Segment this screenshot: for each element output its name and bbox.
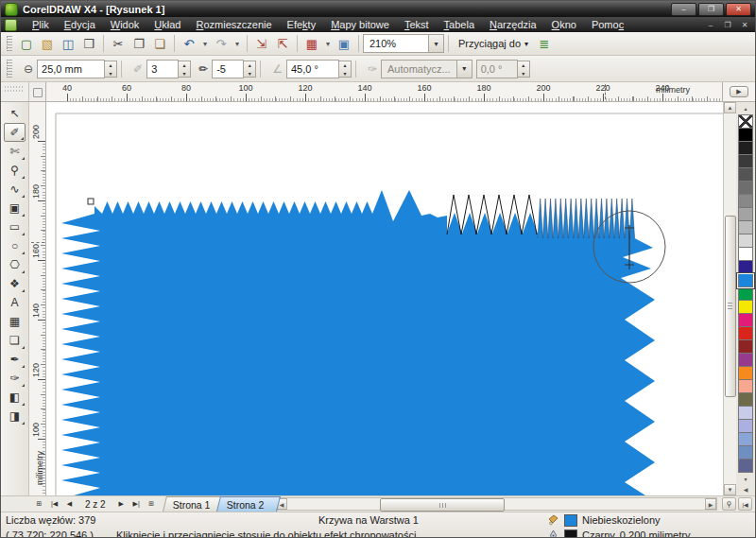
palette-swatch-7[interactable] xyxy=(738,208,753,221)
freehand-tool[interactable]: ∿ xyxy=(4,180,26,199)
property-bar-grip[interactable] xyxy=(7,60,12,78)
vertical-scroll-thumb[interactable] xyxy=(725,216,736,397)
menu-pomoc[interactable]: Pomoc xyxy=(584,18,631,31)
scroll-right-button[interactable]: ▶ xyxy=(705,498,716,510)
minimize-button[interactable]: – xyxy=(671,3,696,16)
menu-tabela[interactable]: Tabela xyxy=(437,18,482,31)
save-button[interactable]: ◫ xyxy=(58,34,78,53)
first-page-button[interactable]: |◀ xyxy=(47,500,61,508)
menu-układ[interactable]: Układ xyxy=(146,18,188,31)
restore-button[interactable]: ❐ xyxy=(698,3,724,16)
drawing-canvas[interactable] xyxy=(46,102,723,495)
horizontal-scroll-thumb[interactable] xyxy=(380,498,505,512)
smart-fill-tool[interactable]: ▣ xyxy=(4,199,26,217)
menu-narzędzia[interactable]: Narzędzia xyxy=(482,18,544,31)
palette-swatch-9[interactable] xyxy=(738,234,753,248)
undo-button[interactable]: ↶ xyxy=(179,34,199,53)
zoom-tool[interactable]: ⚲ xyxy=(4,161,26,180)
palette-swatch-24[interactable] xyxy=(738,433,753,446)
paste-button[interactable]: ❏ xyxy=(149,34,170,53)
vertical-ruler[interactable]: milimetry 200180160140120100 xyxy=(29,102,46,495)
eyedropper-tool[interactable]: ✒ xyxy=(4,350,26,369)
palette-swatch-17[interactable] xyxy=(738,340,753,354)
zoom-dropdown-icon[interactable]: ▾ xyxy=(428,35,443,52)
angle-field[interactable]: 45,0 ° xyxy=(286,60,339,78)
rectangle-tool[interactable]: ▭ xyxy=(4,217,26,236)
add-page-before-button[interactable]: ⊞ xyxy=(32,500,46,508)
palette-swatch-6[interactable] xyxy=(738,195,753,208)
toolbar-grip[interactable] xyxy=(7,36,12,52)
open-button[interactable]: ▧ xyxy=(37,34,58,53)
palette-swatch-1[interactable] xyxy=(738,129,753,142)
palette-swatch-13[interactable] xyxy=(738,287,753,301)
last-page-button[interactable]: ▶| xyxy=(129,500,144,508)
current-outline-swatch[interactable] xyxy=(564,529,577,538)
scroll-up-button[interactable]: ▲ xyxy=(724,102,736,113)
nib-size-field[interactable]: 25,0 mm xyxy=(37,60,105,78)
palette-first-button[interactable]: |◀ xyxy=(738,497,752,511)
palette-swatch-26[interactable] xyxy=(738,460,753,473)
palette-swatch-23[interactable] xyxy=(738,420,753,433)
options-button[interactable]: ≣ xyxy=(534,34,555,53)
close-button[interactable]: ✕ xyxy=(726,3,751,16)
page-tab-strona-2[interactable]: Strona 2 xyxy=(216,496,281,512)
zoom-navigator-button[interactable]: ⚲ xyxy=(722,497,736,511)
frequency-field[interactable]: 3 xyxy=(146,60,179,78)
outline-pen-tool[interactable]: ✑ xyxy=(4,369,26,388)
add-page-after-button[interactable]: ⊞ xyxy=(145,500,159,508)
redo-dropdown-icon[interactable]: ▾ xyxy=(232,34,243,53)
palette-swatch-16[interactable] xyxy=(738,327,753,340)
current-fill-swatch[interactable] xyxy=(564,514,577,527)
interactive-fill-tool[interactable]: ◨ xyxy=(4,407,26,425)
palette-swatch-none[interactable] xyxy=(738,114,753,129)
menu-efekty[interactable]: Efekty xyxy=(280,18,324,31)
palette-swatch-15[interactable] xyxy=(738,314,753,327)
crop-tool[interactable]: ✄ xyxy=(4,142,26,161)
launcher-dropdown-icon[interactable]: ▾ xyxy=(322,34,334,53)
blend-tool[interactable]: ❏ xyxy=(4,331,26,350)
palette-scroll-down-button[interactable]: ▾ xyxy=(736,474,755,484)
ellipse-tool[interactable]: ○ xyxy=(4,236,26,255)
angle-spinner[interactable]: ▴▾ xyxy=(339,61,352,78)
menu-okno[interactable]: Okno xyxy=(544,18,584,31)
text-tool[interactable]: A xyxy=(4,293,26,312)
palette-swatch-25[interactable] xyxy=(738,446,753,460)
application-launcher-button[interactable]: ▦ xyxy=(301,34,322,53)
doc-close-button[interactable]: ✕ xyxy=(738,21,751,29)
palette-swatch-2[interactable] xyxy=(738,142,753,155)
toolbox-grip[interactable] xyxy=(1,82,29,101)
new-document-button[interactable]: ▢ xyxy=(16,34,37,53)
palette-swatch-18[interactable] xyxy=(738,354,753,367)
palette-scroll-up-button[interactable]: ▴ xyxy=(736,103,755,113)
next-page-button[interactable]: ▶ xyxy=(114,500,129,508)
palette-swatch-5[interactable] xyxy=(738,182,753,195)
palette-flyout-button[interactable]: ◀ xyxy=(736,484,755,495)
doc-restore-button[interactable]: ❐ xyxy=(721,21,734,29)
basic-shapes-tool[interactable]: ❖ xyxy=(4,274,26,293)
redo-button[interactable]: ↷ xyxy=(211,34,232,53)
dryout-field[interactable]: -5 xyxy=(212,60,244,78)
table-tool[interactable]: ▦ xyxy=(4,312,26,331)
palette-swatch-21[interactable] xyxy=(738,393,753,407)
polygon-tool[interactable]: ⎔ xyxy=(4,255,26,274)
palette-swatch-22[interactable] xyxy=(738,407,753,420)
horizontal-scrollbar[interactable]: ◀ ▶ xyxy=(275,497,717,511)
cut-button[interactable]: ✂ xyxy=(108,34,129,53)
palette-swatch-4[interactable] xyxy=(738,168,753,182)
import-button[interactable]: ⇲ xyxy=(251,34,272,53)
palette-swatch-11[interactable] xyxy=(738,261,753,274)
snap-to-button[interactable]: Przyciągaj do ▾ xyxy=(453,36,534,51)
undo-dropdown-icon[interactable]: ▾ xyxy=(199,34,211,53)
palette-swatch-20[interactable] xyxy=(738,380,753,393)
corel-online-button[interactable]: ▣ xyxy=(334,34,354,53)
horizontal-ruler[interactable]: milimetry 406080100120140160180200220240 xyxy=(46,82,722,101)
nib-size-spinner[interactable]: ▴▾ xyxy=(105,61,117,78)
print-button[interactable]: ❒ xyxy=(78,34,99,53)
ruler-flyout-button[interactable]: ▶ xyxy=(722,82,755,101)
menu-mapy-bitowe[interactable]: Mapy bitowe xyxy=(323,18,397,31)
palette-swatch-12[interactable] xyxy=(738,274,753,287)
palette-swatch-14[interactable] xyxy=(738,301,753,314)
palette-swatch-3[interactable] xyxy=(738,155,753,168)
pick-tool[interactable]: ↖ xyxy=(4,104,26,123)
scroll-down-button[interactable]: ▼ xyxy=(724,484,736,495)
